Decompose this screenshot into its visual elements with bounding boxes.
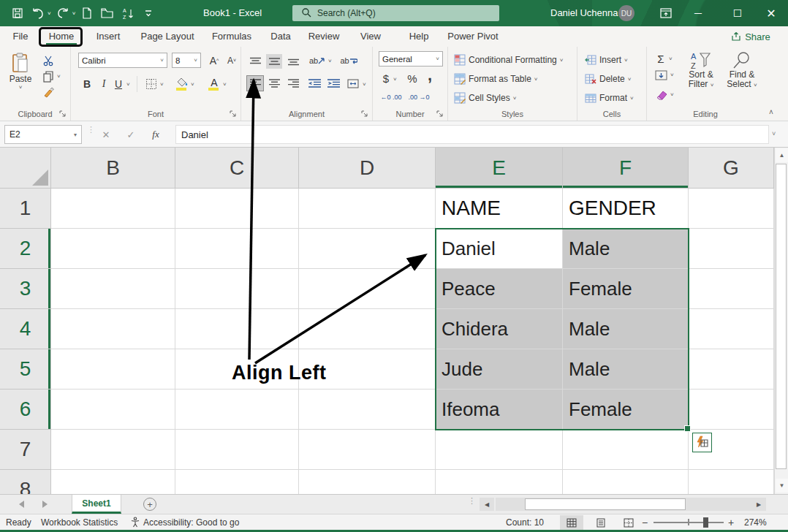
cell-e3[interactable]: Peace (436, 269, 563, 309)
bottom-align-icon[interactable] (285, 54, 301, 69)
scrollbar-resize-dots[interactable]: ⋮ (468, 498, 476, 503)
cell-e7[interactable] (436, 430, 563, 470)
cell-g4[interactable] (689, 309, 774, 349)
align-right-button[interactable] (285, 76, 301, 91)
middle-align-icon[interactable] (266, 54, 282, 69)
cell-b1[interactable] (51, 189, 175, 229)
zoom-level[interactable]: 274% (744, 514, 767, 531)
cell-c7[interactable] (175, 430, 299, 470)
column-header-f[interactable]: F (563, 148, 689, 189)
cell-d4[interactable] (299, 309, 436, 349)
account-name[interactable]: Daniel Uchenna (550, 0, 618, 26)
name-box-dropdown-icon[interactable]: ▾ (74, 132, 77, 138)
cell-c4[interactable] (175, 309, 299, 349)
fill-down-icon[interactable] (653, 69, 669, 82)
vertical-scrollbar-thumb[interactable] (776, 164, 787, 469)
tab-view[interactable]: View (358, 26, 383, 47)
maximize-button[interactable]: ☐ (721, 0, 754, 26)
cell-d7[interactable] (299, 430, 436, 470)
borders-dropdown-icon[interactable]: ˅ (160, 81, 164, 88)
cell-c1[interactable] (175, 189, 299, 229)
cell-e8[interactable] (436, 470, 563, 494)
align-left-button[interactable] (247, 76, 263, 91)
cell-c8[interactable] (175, 470, 299, 494)
cell-d2[interactable] (299, 229, 436, 269)
row-header-6[interactable]: 6 (0, 390, 51, 430)
new-sheet-icon[interactable]: + (143, 498, 156, 511)
cell-styles-button[interactable]: Cell Styles ˅ (454, 90, 516, 106)
column-header-d[interactable]: D (299, 148, 436, 189)
tab-help[interactable]: Help (406, 26, 431, 47)
insert-cells-button[interactable]: Insert ˅ (585, 52, 628, 68)
format-as-table-button[interactable]: Format as Table ˅ (454, 71, 538, 87)
active-cell-e2[interactable]: Daniel (436, 229, 563, 269)
tab-review[interactable]: Review (307, 26, 341, 47)
decrease-decimal-icon[interactable]: .00 →0 (406, 91, 431, 104)
font-name-combo[interactable]: Calibri˅ (78, 53, 167, 68)
cell-b3[interactable] (51, 269, 175, 309)
increase-decimal-icon[interactable]: ←0 .00 (379, 91, 404, 104)
accounting-format-icon[interactable]: $ (380, 70, 392, 86)
cell-e6[interactable]: Ifeoma (436, 390, 563, 430)
minimize-button[interactable]: ─ (681, 0, 715, 26)
fill-color-icon[interactable] (175, 75, 189, 91)
name-box[interactable]: E2▾ (4, 125, 82, 144)
cell-f5[interactable]: Male (563, 349, 689, 390)
fill-color-dropdown-icon[interactable]: ˅ (191, 81, 194, 88)
alignment-dialog-launcher-icon[interactable] (361, 110, 368, 118)
increase-indent-icon[interactable] (325, 76, 342, 91)
fill-dropdown-icon[interactable]: ˅ (670, 72, 674, 78)
close-button[interactable]: ✕ (754, 0, 788, 26)
cell-c2[interactable] (175, 229, 299, 269)
column-header-e[interactable]: E (436, 148, 563, 189)
scroll-up-icon[interactable]: ▲ (776, 148, 788, 162)
accounting-dropdown-icon[interactable]: ˅ (393, 76, 397, 83)
format-cells-button[interactable]: Format ˅ (585, 90, 634, 106)
cell-d3[interactable] (299, 269, 436, 309)
cell-g5[interactable] (689, 349, 774, 390)
font-dialog-launcher-icon[interactable] (230, 110, 237, 118)
fill-handle[interactable] (684, 425, 691, 432)
search-input[interactable]: Search (Alt+Q) (292, 5, 499, 21)
row-header-4[interactable]: 4 (0, 309, 51, 349)
delete-cells-button[interactable]: Delete ˅ (585, 71, 631, 87)
zoom-in-icon[interactable]: + (728, 514, 734, 531)
open-folder-icon[interactable] (99, 4, 116, 23)
expand-formula-bar-icon[interactable]: ˅ (772, 130, 776, 137)
column-header-b[interactable]: B (51, 148, 175, 189)
italic-button[interactable]: I (97, 76, 110, 92)
tab-data[interactable]: Data (268, 26, 294, 47)
conditional-formatting-button[interactable]: Conditional Formatting ˅ (454, 52, 563, 68)
cell-b6[interactable] (51, 390, 175, 430)
column-header-c[interactable]: C (175, 148, 299, 189)
scroll-right-icon[interactable]: ▶ (751, 498, 766, 511)
row-header-8[interactable]: 8 (0, 470, 51, 494)
autosum-icon[interactable]: Σ (654, 52, 667, 65)
redo-dropdown-icon[interactable]: ˅ (72, 10, 76, 17)
cut-icon[interactable] (40, 53, 56, 68)
collapse-ribbon-icon[interactable]: ˄ (769, 108, 773, 116)
redo-icon[interactable] (54, 4, 72, 23)
underline-dropdown-icon[interactable]: ˅ (126, 81, 130, 88)
top-align-icon[interactable] (247, 54, 263, 69)
percent-style-icon[interactable]: % (405, 70, 420, 86)
cell-e5[interactable]: Jude (436, 349, 563, 390)
cell-b2[interactable] (51, 229, 175, 269)
accessibility-status[interactable]: Accessibility: Good to go (143, 514, 239, 531)
sheet-nav-left-icon[interactable] (19, 501, 24, 508)
cell-f6[interactable]: Female (563, 390, 689, 430)
enter-icon[interactable]: ✓ (120, 125, 142, 144)
normal-view-icon[interactable] (560, 515, 583, 530)
new-file-icon[interactable] (78, 4, 96, 23)
cell-e4[interactable]: Chidera (436, 309, 563, 349)
page-layout-view-icon[interactable] (589, 515, 613, 530)
bold-button[interactable]: B (80, 76, 94, 92)
tab-file[interactable]: File (9, 26, 32, 47)
cell-c6[interactable] (175, 390, 299, 430)
clipboard-dialog-launcher-icon[interactable] (59, 110, 67, 118)
find-select-button[interactable]: Find & Select ˅ (723, 51, 761, 90)
cell-e1[interactable]: NAME (436, 189, 563, 229)
wrap-text-icon[interactable]: ab (339, 53, 358, 69)
undo-icon[interactable] (29, 4, 47, 23)
cell-g3[interactable] (689, 269, 774, 309)
